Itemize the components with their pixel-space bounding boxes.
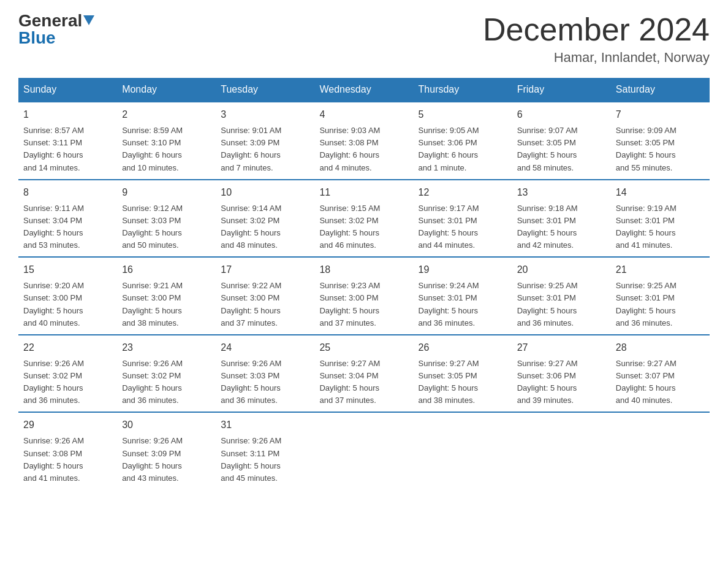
table-row: 1Sunrise: 8:57 AM Sunset: 3:11 PM Daylig…: [18, 102, 117, 180]
day-info: Sunrise: 9:27 AM Sunset: 3:06 PM Dayligh…: [517, 358, 606, 407]
header-tuesday: Tuesday: [216, 78, 314, 102]
table-row: 3Sunrise: 9:01 AM Sunset: 3:09 PM Daylig…: [216, 102, 314, 180]
day-number: 28: [616, 340, 705, 355]
day-info: Sunrise: 9:27 AM Sunset: 3:07 PM Dayligh…: [616, 358, 705, 407]
day-info: Sunrise: 9:15 AM Sunset: 3:02 PM Dayligh…: [319, 202, 408, 252]
header-saturday: Saturday: [611, 78, 710, 102]
day-number: 13: [517, 185, 606, 200]
day-info: Sunrise: 9:18 AM Sunset: 3:01 PM Dayligh…: [517, 202, 606, 252]
day-number: 3: [221, 107, 309, 122]
table-row: 30Sunrise: 9:26 AM Sunset: 3:09 PM Dayli…: [117, 412, 216, 489]
table-row: 19Sunrise: 9:24 AM Sunset: 3:01 PM Dayli…: [414, 257, 512, 335]
day-number: 24: [221, 340, 309, 355]
header-friday: Friday: [512, 78, 611, 102]
table-row: 23Sunrise: 9:26 AM Sunset: 3:02 PM Dayli…: [117, 335, 216, 413]
day-number: 31: [221, 418, 309, 432]
day-info: Sunrise: 9:26 AM Sunset: 3:02 PM Dayligh…: [23, 358, 112, 407]
day-number: 18: [319, 262, 408, 277]
day-info: Sunrise: 9:27 AM Sunset: 3:04 PM Dayligh…: [319, 358, 408, 407]
day-info: Sunrise: 9:27 AM Sunset: 3:05 PM Dayligh…: [419, 358, 507, 407]
day-info: Sunrise: 8:59 AM Sunset: 3:10 PM Dayligh…: [122, 124, 211, 174]
day-number: 10: [221, 185, 309, 200]
day-number: 11: [319, 185, 408, 200]
day-info: Sunrise: 9:20 AM Sunset: 3:00 PM Dayligh…: [23, 280, 112, 329]
day-number: 17: [221, 262, 309, 277]
table-row: 25Sunrise: 9:27 AM Sunset: 3:04 PM Dayli…: [314, 335, 413, 413]
day-info: Sunrise: 9:19 AM Sunset: 3:01 PM Dayligh…: [616, 202, 705, 252]
table-row: 9Sunrise: 9:12 AM Sunset: 3:03 PM Daylig…: [117, 180, 216, 258]
page-header: General Blue December 2024 Hamar, Innlan…: [18, 12, 710, 66]
table-row: 27Sunrise: 9:27 AM Sunset: 3:06 PM Dayli…: [512, 335, 611, 413]
day-info: Sunrise: 9:23 AM Sunset: 3:00 PM Dayligh…: [319, 280, 408, 329]
day-info: Sunrise: 9:26 AM Sunset: 3:11 PM Dayligh…: [221, 435, 309, 484]
day-number: 20: [517, 262, 606, 277]
header-sunday: Sunday: [18, 78, 117, 102]
table-row: 7Sunrise: 9:09 AM Sunset: 3:05 PM Daylig…: [611, 102, 710, 180]
header-monday: Monday: [117, 78, 216, 102]
table-row: 17Sunrise: 9:22 AM Sunset: 3:00 PM Dayli…: [216, 257, 314, 335]
day-number: 14: [616, 185, 705, 200]
table-row: [314, 412, 413, 489]
day-info: Sunrise: 9:25 AM Sunset: 3:01 PM Dayligh…: [616, 280, 705, 329]
day-number: 21: [616, 262, 705, 277]
day-number: 16: [122, 262, 211, 277]
table-row: 28Sunrise: 9:27 AM Sunset: 3:07 PM Dayli…: [611, 335, 710, 413]
calendar-subtitle: Hamar, Innlandet, Norway: [483, 50, 710, 66]
weekday-header-row: Sunday Monday Tuesday Wednesday Thursday…: [18, 78, 710, 102]
table-row: 14Sunrise: 9:19 AM Sunset: 3:01 PM Dayli…: [611, 180, 710, 258]
table-row: [414, 412, 512, 489]
day-number: 19: [419, 262, 507, 277]
table-row: 29Sunrise: 9:26 AM Sunset: 3:08 PM Dayli…: [18, 412, 117, 489]
logo-triangle-icon: [83, 15, 94, 28]
table-row: 16Sunrise: 9:21 AM Sunset: 3:00 PM Dayli…: [117, 257, 216, 335]
day-number: 7: [616, 107, 705, 122]
calendar-title: December 2024: [483, 12, 710, 47]
day-number: 25: [319, 340, 408, 355]
day-number: 8: [23, 185, 112, 200]
day-info: Sunrise: 9:26 AM Sunset: 3:08 PM Dayligh…: [23, 435, 112, 484]
day-info: Sunrise: 9:25 AM Sunset: 3:01 PM Dayligh…: [517, 280, 606, 329]
day-number: 1: [23, 107, 112, 122]
day-number: 26: [419, 340, 507, 355]
day-number: 6: [517, 107, 606, 122]
table-row: 4Sunrise: 9:03 AM Sunset: 3:08 PM Daylig…: [314, 102, 413, 180]
day-number: 4: [319, 107, 408, 122]
day-info: Sunrise: 9:12 AM Sunset: 3:03 PM Dayligh…: [122, 202, 211, 252]
table-row: 26Sunrise: 9:27 AM Sunset: 3:05 PM Dayli…: [414, 335, 512, 413]
header-wednesday: Wednesday: [314, 78, 413, 102]
day-info: Sunrise: 9:09 AM Sunset: 3:05 PM Dayligh…: [616, 124, 705, 174]
day-info: Sunrise: 9:26 AM Sunset: 3:02 PM Dayligh…: [122, 358, 211, 407]
day-info: Sunrise: 9:26 AM Sunset: 3:09 PM Dayligh…: [122, 435, 211, 484]
day-info: Sunrise: 9:07 AM Sunset: 3:05 PM Dayligh…: [517, 124, 606, 174]
title-block: December 2024 Hamar, Innlandet, Norway: [483, 12, 710, 66]
day-info: Sunrise: 9:14 AM Sunset: 3:02 PM Dayligh…: [221, 202, 309, 252]
header-thursday: Thursday: [414, 78, 512, 102]
day-info: Sunrise: 9:17 AM Sunset: 3:01 PM Dayligh…: [419, 202, 507, 252]
day-number: 23: [122, 340, 211, 355]
logo-blue-text: Blue: [18, 28, 56, 47]
day-info: Sunrise: 9:01 AM Sunset: 3:09 PM Dayligh…: [221, 124, 309, 174]
table-row: 24Sunrise: 9:26 AM Sunset: 3:03 PM Dayli…: [216, 335, 314, 413]
table-row: 31Sunrise: 9:26 AM Sunset: 3:11 PM Dayli…: [216, 412, 314, 489]
table-row: 13Sunrise: 9:18 AM Sunset: 3:01 PM Dayli…: [512, 180, 611, 258]
table-row: 6Sunrise: 9:07 AM Sunset: 3:05 PM Daylig…: [512, 102, 611, 180]
day-number: 27: [517, 340, 606, 355]
day-number: 30: [122, 418, 211, 432]
day-number: 12: [419, 185, 507, 200]
day-info: Sunrise: 9:26 AM Sunset: 3:03 PM Dayligh…: [221, 358, 309, 407]
logo-general-text: General: [18, 12, 82, 29]
table-row: 22Sunrise: 9:26 AM Sunset: 3:02 PM Dayli…: [18, 335, 117, 413]
day-number: 5: [419, 107, 507, 122]
calendar-week-row: 15Sunrise: 9:20 AM Sunset: 3:00 PM Dayli…: [18, 257, 710, 335]
day-number: 22: [23, 340, 112, 355]
table-row: [611, 412, 710, 489]
day-info: Sunrise: 9:21 AM Sunset: 3:00 PM Dayligh…: [122, 280, 211, 329]
day-info: Sunrise: 8:57 AM Sunset: 3:11 PM Dayligh…: [23, 124, 112, 174]
table-row: 18Sunrise: 9:23 AM Sunset: 3:00 PM Dayli…: [314, 257, 413, 335]
calendar-week-row: 22Sunrise: 9:26 AM Sunset: 3:02 PM Dayli…: [18, 335, 710, 413]
table-row: [512, 412, 611, 489]
calendar-week-row: 29Sunrise: 9:26 AM Sunset: 3:08 PM Dayli…: [18, 412, 710, 489]
day-info: Sunrise: 9:22 AM Sunset: 3:00 PM Dayligh…: [221, 280, 309, 329]
day-number: 15: [23, 262, 112, 277]
svg-marker-0: [83, 15, 94, 25]
